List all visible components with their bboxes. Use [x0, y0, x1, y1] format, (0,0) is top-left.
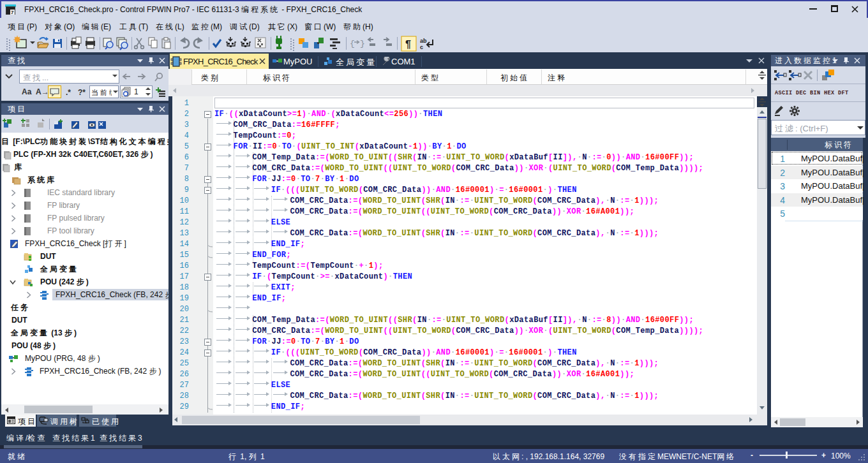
svg-text:ab: ab	[420, 38, 427, 44]
svg-text:}: }	[360, 39, 365, 48]
svg-text:c: c	[420, 44, 423, 50]
svg-text:7: 7	[11, 10, 14, 15]
svg-text:¶: ¶	[405, 39, 411, 50]
svg-text:{: {	[350, 39, 355, 48]
